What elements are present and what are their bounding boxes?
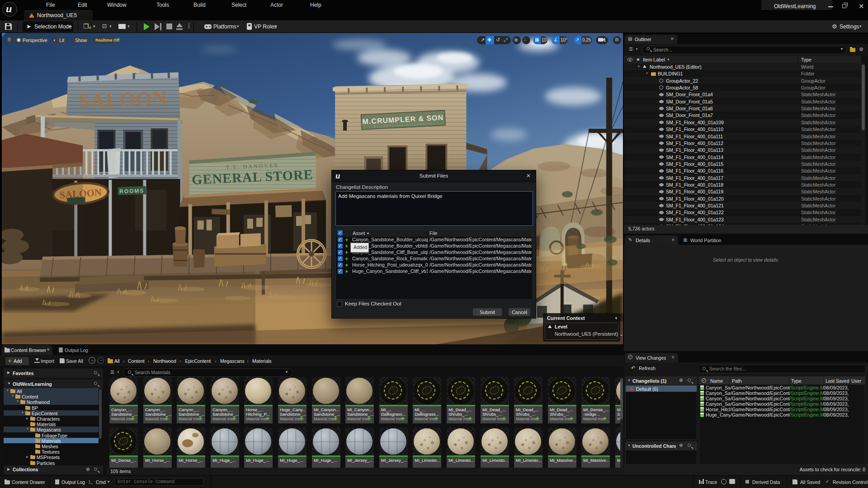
svg-text:ROOMS: ROOMS xyxy=(119,188,145,195)
svg-text:SALOON: SALOON xyxy=(78,87,168,113)
